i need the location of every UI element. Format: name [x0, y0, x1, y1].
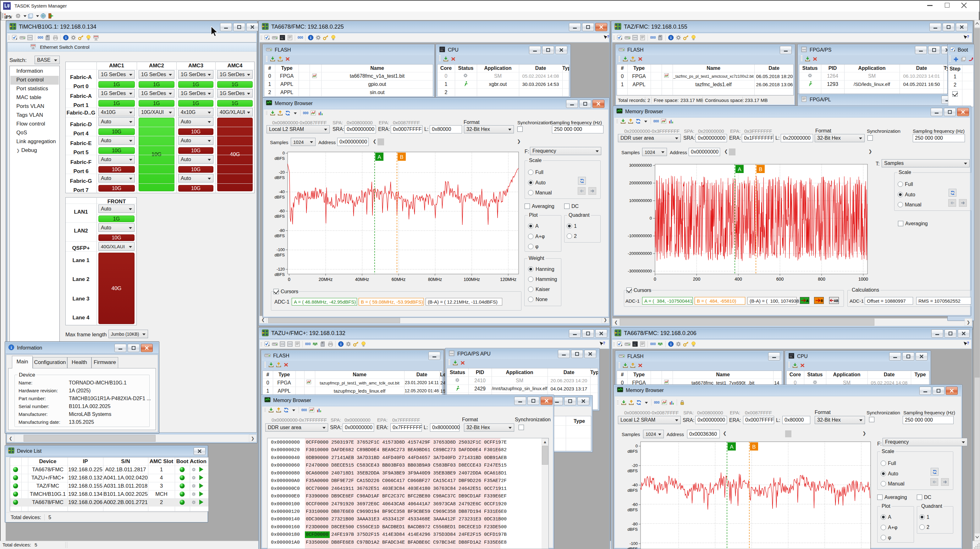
svg-text:zynq: zynq [281, 343, 284, 345]
svg-text:i: i [340, 342, 341, 346]
svg-text:i: i [310, 35, 311, 40]
svg-text:dBFS: dBFS [627, 508, 638, 512]
svg-text:zynq: zynq [802, 48, 806, 50]
svg-text:400: 400 [735, 276, 742, 282]
svg-text:80MHz: 80MHz [428, 277, 442, 282]
svg-text:-40: -40 [279, 189, 285, 194]
svg-text:A: A [806, 299, 808, 303]
svg-text:dBFS: dBFS [627, 546, 638, 549]
svg-text:zynq: zynq [633, 37, 636, 38]
svg-text:100MHz: 100MHz [464, 277, 480, 282]
svg-text:A: A [377, 154, 381, 160]
svg-text:000: 000 [650, 342, 655, 346]
svg-text:dBFS: dBFS [274, 233, 285, 238]
svg-text:800: 800 [818, 276, 826, 282]
svg-text:200: 200 [693, 276, 701, 282]
svg-text:-3000000000: -3000000000 [628, 269, 652, 273]
svg-text:000: 000 [654, 401, 659, 404]
svg-text:zynq: zynq [450, 353, 453, 354]
svg-text:60MHz: 60MHz [391, 277, 406, 282]
svg-text:AB: AB [834, 299, 838, 303]
svg-text:dBFS: dBFS [274, 253, 285, 257]
svg-text:-60: -60 [279, 209, 285, 213]
svg-text:dBFS: dBFS [627, 527, 638, 532]
svg-text:?: ? [607, 34, 609, 39]
svg-text:-20: -20 [632, 463, 638, 468]
svg-text:B: B [759, 166, 762, 172]
svg-text:-100: -100 [277, 247, 285, 252]
svg-text:-2000000000: -2000000000 [628, 251, 652, 256]
svg-text:0: 0 [650, 216, 652, 220]
svg-text:000: 000 [650, 36, 655, 39]
svg-text:0: 0 [288, 277, 290, 282]
svg-text:-1000000000: -1000000000 [628, 233, 652, 238]
svg-text:-100: -100 [630, 541, 638, 546]
svg-text:3000000000: 3000000000 [629, 163, 652, 168]
svg-text:0: 0 [654, 276, 656, 282]
svg-text:A: A [730, 444, 733, 450]
svg-text:?: ? [967, 341, 969, 345]
svg-text:B: B [752, 444, 756, 450]
svg-text:i: i [65, 35, 66, 40]
svg-text:600: 600 [776, 276, 784, 282]
svg-text:000: 000 [305, 342, 310, 346]
svg-text:dBFS: dBFS [274, 272, 285, 277]
svg-text:000: 000 [301, 409, 307, 412]
svg-text:?: ? [967, 34, 969, 39]
svg-text:-60: -60 [632, 502, 638, 507]
svg-text:1000: 1000 [858, 276, 868, 282]
svg-text:-20: -20 [279, 170, 285, 175]
svg-text:-80: -80 [632, 522, 638, 527]
svg-text:?: ? [603, 341, 605, 345]
svg-text:0: 0 [283, 151, 285, 155]
svg-text:0: 0 [636, 444, 638, 448]
svg-text:dBFS: dBFS [274, 175, 285, 180]
svg-text:i: i [670, 342, 671, 346]
svg-text:i: i [670, 35, 671, 40]
svg-text:dBFS: dBFS [274, 214, 285, 219]
svg-text:dBFS: dBFS [627, 449, 638, 454]
svg-text:dBFS: dBFS [627, 488, 638, 493]
svg-text:iPMI: iPMI [5, 14, 12, 19]
svg-text:2000000000: 2000000000 [629, 180, 652, 185]
svg-text:40MHz: 40MHz [355, 277, 369, 282]
svg-text:000: 000 [37, 36, 43, 39]
svg-text:1000000000: 1000000000 [629, 198, 652, 203]
svg-text:A: A [738, 166, 741, 172]
svg-text:B: B [400, 154, 403, 160]
svg-text:-40: -40 [632, 483, 638, 487]
svg-text:-80: -80 [279, 228, 285, 233]
svg-text:-120: -120 [277, 267, 285, 271]
svg-text:zynq: zynq [28, 37, 32, 38]
svg-text:zynq: zynq [288, 343, 291, 345]
svg-text:000: 000 [303, 112, 308, 115]
svg-text:B: B [821, 299, 823, 303]
svg-text:dBFS: dBFS [274, 156, 285, 161]
svg-text:dBFS: dBFS [627, 468, 638, 473]
svg-text:20MHz: 20MHz [319, 277, 332, 282]
svg-text:120MHz: 120MHz [500, 277, 516, 282]
svg-text:dBFS: dBFS [274, 195, 285, 199]
svg-text:000: 000 [653, 120, 659, 123]
svg-text:000: 000 [298, 36, 303, 39]
